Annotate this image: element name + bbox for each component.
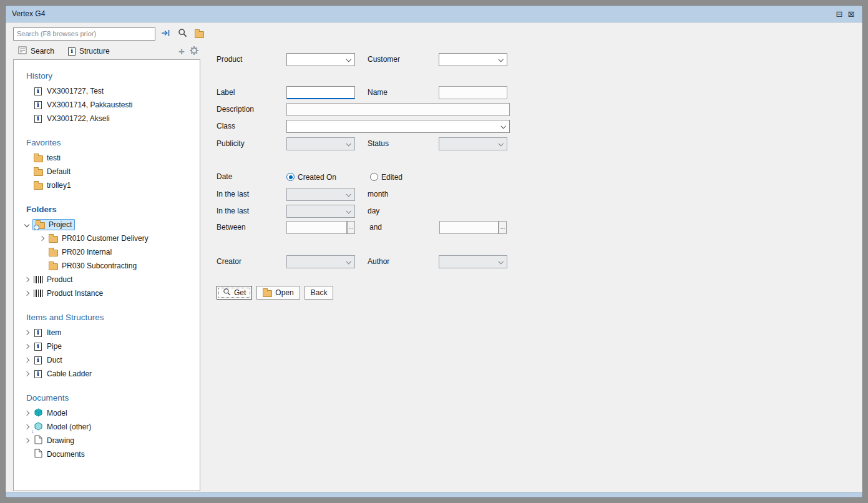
section-heading-favorites: Favorites — [14, 135, 200, 151]
tree-item-item[interactable]: i Item — [14, 326, 200, 339]
customer-combobox[interactable] — [439, 53, 507, 66]
tree-item-product[interactable]: Product — [14, 273, 200, 286]
tab-search[interactable]: Search — [18, 46, 54, 56]
search-form-icon — [18, 46, 27, 56]
edited-label: Edited — [381, 173, 402, 182]
tree-item-trolley1[interactable]: trolley1 — [14, 178, 200, 192]
tree-item-label: Documents — [47, 450, 85, 459]
created-on-radio[interactable] — [286, 173, 295, 181]
tree-item-default[interactable]: Default — [14, 165, 200, 178]
folder-icon — [263, 290, 272, 297]
folder-icon — [34, 183, 43, 190]
section-history: History i VX3001727, Test i VX3001714, P… — [14, 69, 200, 125]
chevron-right-icon[interactable] — [36, 232, 47, 245]
creator-combobox[interactable] — [286, 255, 355, 268]
name-input[interactable] — [439, 86, 507, 99]
between-from-input[interactable] — [286, 221, 347, 234]
chevron-right-icon[interactable] — [21, 406, 32, 420]
tree-item-label: PR030 Subcontracting — [62, 261, 137, 270]
tree-item-testi[interactable]: testi — [14, 151, 200, 165]
settings-button[interactable] — [188, 45, 200, 57]
chevron-right-icon[interactable] — [21, 339, 32, 353]
chevron-right-icon[interactable] — [21, 326, 32, 339]
chevron-spacer — [21, 98, 32, 112]
tree-item-pr020[interactable]: PR020 Internal — [14, 245, 200, 259]
go-button[interactable] — [159, 27, 172, 41]
created-on-label: Created On — [298, 173, 336, 182]
get-button[interactable]: Get — [217, 286, 252, 300]
section-heading-history: History — [14, 69, 200, 84]
chevron-right-icon[interactable] — [21, 353, 32, 367]
between-to-picker-button[interactable]: ... — [499, 221, 507, 234]
arrow-right-icon — [161, 29, 170, 39]
date-label: Date — [217, 170, 232, 183]
item-info-icon: i — [34, 356, 42, 364]
tree-item-vx3001727[interactable]: i VX3001727, Test — [14, 84, 200, 98]
back-button[interactable]: Back — [305, 286, 334, 300]
model-icon — [34, 408, 43, 419]
tree-item-label: Cable Ladder — [47, 369, 92, 378]
tree-item-vx3001714[interactable]: i VX3001714, Pakkaustesti — [14, 98, 200, 112]
tree-item-project[interactable]: Project — [14, 218, 200, 232]
section-heading-documents: Documents — [14, 391, 200, 406]
window-controls: ⊟ ⊠ — [834, 9, 856, 19]
tree-item-label: Model — [47, 409, 67, 418]
browse-folder-button[interactable] — [193, 27, 206, 41]
label-input[interactable] — [286, 86, 355, 99]
status-combobox[interactable] — [439, 137, 507, 150]
gear-icon — [189, 46, 199, 57]
between-to-input[interactable] — [439, 221, 499, 234]
item-info-icon: i — [34, 329, 42, 337]
publicity-combobox[interactable] — [286, 137, 355, 150]
description-input[interactable] — [286, 103, 510, 116]
add-tab-button[interactable]: + — [175, 45, 188, 57]
section-items-and-structures: Items and Structures i Item i Pipe i Duc… — [14, 310, 200, 381]
tree-item-pr030[interactable]: PR030 Subcontracting — [14, 259, 200, 273]
tree-item-label: PR020 Internal — [62, 248, 112, 256]
tree-item-pipe[interactable]: i Pipe — [14, 339, 200, 353]
edited-radio[interactable] — [370, 173, 378, 181]
chevron-right-icon[interactable] — [21, 273, 32, 286]
tree-item-drawing[interactable]: Drawing — [14, 434, 200, 447]
open-button-label: Open — [275, 288, 293, 297]
search-button[interactable] — [176, 27, 189, 41]
tree-item-cable-ladder[interactable]: i Cable Ladder — [14, 367, 200, 381]
between-label: Between — [217, 221, 246, 234]
chevron-spacer — [21, 178, 32, 192]
open-button[interactable]: Open — [256, 286, 300, 300]
customer-label: Customer — [368, 53, 400, 66]
section-heading-folders: Folders — [14, 202, 200, 218]
minimize-button[interactable]: ⊟ — [834, 9, 844, 19]
chevron-right-icon[interactable] — [21, 286, 32, 300]
folder-icon — [49, 236, 58, 243]
chevron-down-icon[interactable] — [21, 218, 32, 232]
search-input[interactable] — [13, 27, 155, 41]
tab-structure[interactable]: i Structure — [68, 47, 110, 56]
chevron-spacer — [21, 84, 32, 98]
tree-item-label: Drawing — [47, 436, 74, 445]
tree-item-label: Default — [47, 167, 71, 176]
search-toolbar — [13, 26, 206, 41]
tree-item-duct[interactable]: i Duct — [14, 353, 200, 367]
tree-item-model[interactable]: Model — [14, 406, 200, 420]
tree-item-pr010[interactable]: PR010 Customer Delivery — [14, 232, 200, 245]
class-combobox[interactable] — [286, 120, 510, 133]
author-combobox[interactable] — [439, 255, 507, 268]
folder-icon — [34, 169, 43, 176]
tree-item-vx3001722[interactable]: i VX3001722, Akseli — [14, 112, 200, 125]
chevron-spacer — [36, 245, 47, 259]
tree-item-model-other[interactable]: ↓ Model (other) — [14, 420, 200, 434]
creator-label: Creator — [217, 255, 241, 268]
chevron-right-icon[interactable] — [21, 367, 32, 381]
product-combobox[interactable] — [286, 53, 355, 66]
close-button[interactable]: ⊠ — [846, 9, 856, 19]
barcode-icon — [34, 290, 43, 297]
chevron-right-icon[interactable] — [21, 434, 32, 447]
label-label: Label — [217, 86, 235, 99]
between-from-picker-button[interactable]: ... — [347, 221, 355, 234]
folder-icon — [34, 155, 43, 162]
tree-item-product-instance[interactable]: Product Instance — [14, 286, 200, 300]
last-months-combobox[interactable] — [286, 188, 355, 201]
tree-item-documents[interactable]: Documents — [14, 447, 200, 461]
last-days-combobox[interactable] — [286, 205, 355, 218]
